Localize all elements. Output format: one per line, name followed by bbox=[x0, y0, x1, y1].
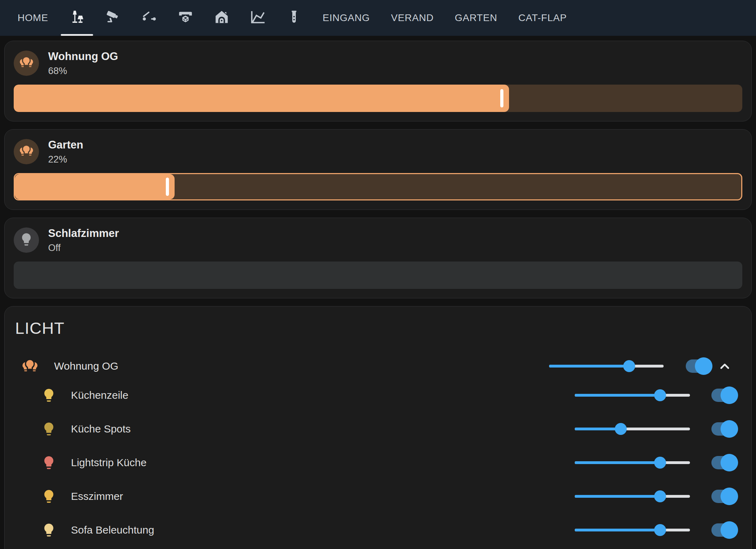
printer-3d-icon bbox=[177, 9, 194, 27]
tab-home-network[interactable] bbox=[203, 0, 240, 36]
tile-header: Garten 22% bbox=[14, 139, 742, 165]
chart-line-icon bbox=[250, 9, 266, 27]
group-controls bbox=[549, 358, 732, 374]
lightbulb-icon bbox=[19, 232, 34, 248]
tab-lights[interactable] bbox=[59, 0, 95, 36]
toggle-knob bbox=[721, 420, 738, 438]
toggle-knob bbox=[721, 521, 738, 539]
tab-printer[interactable] bbox=[167, 0, 203, 36]
tab-lab[interactable] bbox=[276, 0, 312, 36]
tab-home[interactable]: HOME bbox=[7, 0, 59, 36]
brightness-slider[interactable] bbox=[575, 389, 690, 402]
toggle-knob bbox=[721, 488, 738, 505]
tile-status: 22% bbox=[48, 154, 83, 165]
brightness-slider[interactable] bbox=[575, 423, 690, 435]
light-tile-wohnung-og: Wohnung OG 68% bbox=[4, 41, 752, 121]
lightbulb-icon bbox=[41, 489, 57, 504]
tile-header: Wohnung OG 68% bbox=[14, 50, 742, 76]
light-row-esszimmer: Esszimmer bbox=[14, 479, 742, 513]
light-row-kueche-spots: Küche Spots bbox=[14, 412, 742, 446]
tile-title: Schlafzimmer bbox=[48, 227, 119, 240]
section-title: LICHT bbox=[14, 318, 742, 338]
light-toggle[interactable] bbox=[711, 490, 735, 503]
licht-section-card: LICHT Wohnung OG bbox=[4, 306, 752, 549]
tile-title: Wohnung OG bbox=[48, 50, 118, 63]
slider-thumb[interactable] bbox=[615, 423, 627, 435]
tab-eingang[interactable]: EINGANG bbox=[312, 0, 380, 36]
tile-texts: Schlafzimmer Off bbox=[48, 227, 119, 253]
slider-handle[interactable] bbox=[166, 178, 169, 196]
light-toggle-badge[interactable] bbox=[14, 227, 39, 253]
lightbulb-group-icon bbox=[19, 143, 34, 160]
slider-thumb[interactable] bbox=[623, 360, 635, 372]
lightbulb-group-icon bbox=[21, 357, 39, 375]
slider-fill bbox=[575, 495, 660, 498]
toggle-knob bbox=[721, 454, 738, 471]
light-label: Sofa Beleuchtung bbox=[71, 524, 154, 536]
slider-thumb[interactable] bbox=[654, 490, 666, 502]
tile-header: Schlafzimmer Off bbox=[14, 227, 742, 253]
group-brightness-slider[interactable] bbox=[549, 360, 664, 372]
group-label: Wohnung OG bbox=[54, 360, 118, 372]
light-toggle[interactable] bbox=[711, 422, 735, 436]
light-toggle[interactable] bbox=[711, 456, 735, 469]
top-nav: HOME EINGANG VERAND GARTE bbox=[0, 0, 756, 36]
light-row-kuechenzeile: Küchenzeile bbox=[14, 378, 742, 412]
light-toggle[interactable] bbox=[711, 523, 735, 537]
home-wifi-icon bbox=[214, 9, 230, 27]
light-tile-schlafzimmer: Schlafzimmer Off bbox=[4, 218, 752, 298]
light-toggle[interactable] bbox=[711, 389, 735, 402]
light-label: Küche Spots bbox=[71, 423, 131, 435]
light-row-lightstrip-kueche: Lightstrip Küche bbox=[14, 446, 742, 479]
light-row-sofa-beleuchtung: Sofa Beleuchtung bbox=[14, 513, 742, 547]
tab-switches[interactable] bbox=[131, 0, 167, 36]
slider-fill bbox=[575, 428, 621, 430]
tile-status: 68% bbox=[48, 66, 118, 77]
slider-handle[interactable] bbox=[500, 89, 503, 107]
light-controls bbox=[575, 422, 735, 436]
slider-fill bbox=[575, 529, 660, 531]
tile-texts: Garten 22% bbox=[48, 139, 83, 165]
light-label: Küchenzeile bbox=[71, 389, 128, 401]
brightness-slider[interactable] bbox=[14, 85, 742, 112]
toggle-knob bbox=[721, 386, 738, 404]
brightness-slider[interactable] bbox=[14, 173, 742, 200]
slider-thumb[interactable] bbox=[654, 457, 666, 469]
tab-garten[interactable]: GARTEN bbox=[444, 0, 508, 36]
brightness-slider[interactable] bbox=[575, 524, 690, 536]
tab-verand[interactable]: VERAND bbox=[380, 0, 444, 36]
slider-thumb[interactable] bbox=[654, 389, 666, 401]
light-group-row-wohnung-og: Wohnung OG bbox=[14, 354, 742, 378]
lightbulb-icon bbox=[41, 388, 57, 403]
lightbulb-group-icon bbox=[19, 55, 34, 72]
brightness-slider[interactable] bbox=[575, 490, 690, 503]
tab-cameras[interactable] bbox=[95, 0, 131, 36]
brightness-fill bbox=[15, 174, 175, 199]
light-label: Esszimmer bbox=[71, 490, 123, 502]
tile-title: Garten bbox=[48, 139, 83, 151]
light-tile-garten: Garten 22% bbox=[4, 129, 752, 210]
light-toggle-badge[interactable] bbox=[14, 51, 39, 76]
chevron-up-icon[interactable] bbox=[717, 358, 732, 374]
tab-history[interactable] bbox=[240, 0, 276, 36]
slider-thumb[interactable] bbox=[654, 524, 666, 536]
test-tube-icon bbox=[286, 9, 302, 27]
tab-cat-flap[interactable]: CAT-FLAP bbox=[508, 0, 577, 36]
light-controls bbox=[575, 389, 735, 402]
lightbulb-icon bbox=[41, 421, 57, 437]
slider-fill bbox=[575, 394, 660, 397]
slider-fill bbox=[549, 365, 629, 368]
dashboard: Wohnung OG 68% Garten bbox=[0, 36, 756, 549]
brightness-slider[interactable] bbox=[575, 456, 690, 469]
brightness-slider[interactable] bbox=[14, 262, 742, 289]
light-controls bbox=[575, 456, 735, 469]
light-toggle-badge[interactable] bbox=[14, 139, 39, 164]
brightness-fill bbox=[14, 85, 509, 112]
light-controls bbox=[575, 490, 735, 503]
group-toggle[interactable] bbox=[686, 359, 710, 373]
lightbulb-icon bbox=[41, 455, 57, 470]
electric-switch-icon bbox=[141, 9, 157, 27]
cctv-camera-icon bbox=[105, 9, 121, 27]
light-controls bbox=[575, 523, 735, 537]
light-label: Lightstrip Küche bbox=[71, 457, 146, 469]
